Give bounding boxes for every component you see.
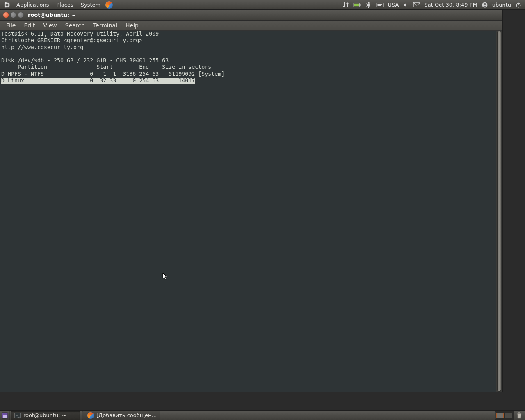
testdisk-header: TestDisk 6.11, Data Recovery Utility, Ap… — [1, 31, 159, 37]
svg-rect-12 — [380, 4, 381, 5]
terminal-scrollbar[interactable] — [496, 31, 502, 392]
volume-icon[interactable] — [403, 2, 409, 8]
svg-point-3 — [5, 2, 7, 3]
menu-search[interactable]: Search — [61, 21, 89, 30]
svg-rect-11 — [379, 4, 380, 5]
svg-rect-27 — [518, 412, 520, 413]
bottom-panel: >_ root@ubuntu: ~ [Добавить сообщен… — [0, 410, 525, 420]
svg-rect-23 — [3, 415, 7, 418]
menu-applications[interactable]: Applications — [13, 0, 52, 9]
keyboard-layout-indicator[interactable]: USA — [388, 2, 399, 8]
terminal-task-icon: >_ — [14, 412, 21, 419]
task-terminal[interactable]: >_ root@ubuntu: ~ — [11, 411, 80, 420]
keyboard-icon[interactable] — [376, 2, 384, 8]
svg-point-4 — [5, 6, 7, 7]
terminal-menubar: File Edit View Search Terminal Help — [0, 21, 502, 31]
svg-rect-13 — [381, 4, 382, 5]
global-menu: Applications Places System — [13, 0, 104, 9]
workspace-2[interactable] — [504, 412, 513, 419]
task-terminal-label: root@ubuntu: ~ — [23, 412, 66, 418]
menu-view[interactable]: View — [39, 21, 61, 30]
network-icon[interactable] — [342, 2, 349, 8]
svg-rect-14 — [377, 5, 381, 6]
trash-icon[interactable] — [516, 412, 523, 419]
partition-row-2-selected[interactable]: D Linux 0 32 33 0 254 63 14017 — [1, 78, 195, 84]
workspace-switcher[interactable] — [495, 411, 514, 420]
disk-info-line: Disk /dev/sdb - 250 GB / 232 GiB - CHS 3… — [1, 57, 169, 64]
svg-rect-8 — [376, 3, 383, 7]
mail-icon[interactable] — [413, 2, 420, 8]
firefox-launcher-icon[interactable] — [105, 1, 113, 9]
testdisk-url: http://www.cgsecurity.org — [1, 44, 83, 50]
terminal-output[interactable]: TestDisk 6.11, Data Recovery Utility, Ap… — [0, 31, 502, 392]
user-name[interactable]: ubuntu — [492, 2, 511, 8]
svg-rect-10 — [378, 4, 379, 5]
show-desktop-button[interactable] — [0, 411, 10, 420]
system-tray: USA Sat Oct 30, 8:49 PM ubuntu — [342, 0, 525, 9]
window-close-button[interactable] — [3, 12, 9, 18]
task-firefox[interactable]: [Добавить сообщен… — [82, 411, 160, 420]
bluetooth-icon[interactable] — [365, 2, 372, 8]
svg-point-2 — [9, 4, 10, 5]
top-panel: Applications Places System USA Sat Oct 3… — [0, 0, 525, 10]
workspace-1[interactable] — [496, 412, 504, 419]
svg-rect-6 — [354, 3, 359, 6]
task-firefox-label: [Добавить сообщен… — [96, 412, 157, 418]
menu-edit[interactable]: Edit — [20, 21, 39, 30]
terminal-window: root@ubuntu: ~ File Edit View Search Ter… — [0, 10, 502, 392]
partition-columns: Partition Start End Size in sectors — [1, 64, 211, 70]
window-minimize-button[interactable] — [10, 12, 16, 18]
svg-point-19 — [484, 3, 486, 5]
window-titlebar[interactable]: root@ubuntu: ~ — [0, 10, 502, 21]
menu-system[interactable]: System — [78, 0, 104, 9]
svg-point-16 — [408, 5, 409, 5]
clock[interactable]: Sat Oct 30, 8:49 PM — [424, 2, 477, 8]
testdisk-author: Christophe GRENIER <grenier@cgsecurity.o… — [1, 37, 142, 43]
menu-file[interactable]: File — [2, 21, 20, 30]
svg-point-15 — [407, 5, 408, 5]
menu-terminal[interactable]: Terminal — [89, 21, 121, 30]
svg-rect-26 — [517, 413, 522, 413]
window-maximize-button[interactable] — [18, 12, 24, 18]
partition-row-1: D HPFS - NTFS 0 1 1 3186 254 63 51199092… — [1, 71, 224, 77]
svg-rect-9 — [377, 4, 377, 5]
svg-rect-17 — [413, 2, 420, 7]
power-icon[interactable] — [515, 2, 522, 8]
battery-icon[interactable] — [353, 2, 361, 8]
window-title: root@ubuntu: ~ — [28, 12, 76, 18]
ubuntu-logo-icon[interactable] — [2, 0, 11, 9]
firefox-task-icon — [87, 412, 94, 419]
user-menu-icon[interactable] — [482, 2, 488, 8]
menu-places[interactable]: Places — [53, 0, 76, 9]
svg-text:>_: >_ — [16, 414, 20, 418]
svg-rect-7 — [359, 4, 360, 6]
menu-help[interactable]: Help — [121, 21, 143, 30]
